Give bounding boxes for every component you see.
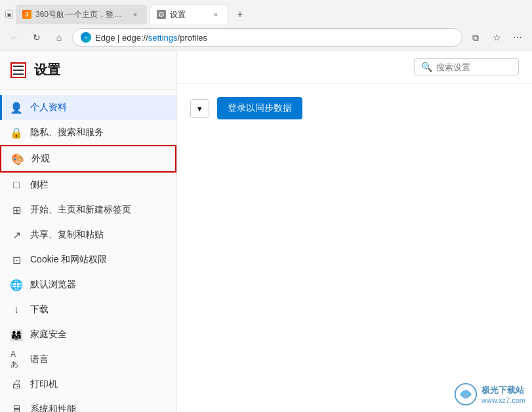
sidebar-item-family-label: 家庭安全 xyxy=(30,329,67,340)
tab-360-title: 360号航·一个主页，整个世界 xyxy=(35,9,126,20)
watermark-logo-icon xyxy=(454,382,478,406)
sidebar-item-appearance-label: 外观 xyxy=(31,153,50,165)
settings-title: 设置 xyxy=(34,61,60,79)
page: 设置 👤 个人资料 🔒 隐私、搜索和服务 🎨 外观 □ 侧栏 ⊞ 开始、主页 xyxy=(0,51,532,412)
dropdown-arrow-icon: ▾ xyxy=(197,104,202,113)
address-text: Edge | edge://settings/profiles xyxy=(95,33,207,43)
appearance-icon: 🎨 xyxy=(12,153,24,165)
sidebar-item-cookies-label: Cookie 和网站权限 xyxy=(30,254,107,266)
search-icon: 🔍 xyxy=(421,62,432,72)
address-highlight: settings xyxy=(148,33,178,43)
browser-chrome: ▣ 3 360号航·一个主页，整个世界 × ⚙ 设置 × + ← ↻ ⌂ e E… xyxy=(0,0,532,51)
sidebar-item-profiles-label: 个人资料 xyxy=(30,102,67,113)
sidebar-header: 设置 xyxy=(0,51,176,90)
sidebar-item-sidebar[interactable]: □ 侧栏 xyxy=(0,173,176,197)
sidebar-item-sidebar-label: 侧栏 xyxy=(30,179,49,191)
tab-360-favicon: 3 xyxy=(22,10,31,19)
refresh-button[interactable]: ↻ xyxy=(28,28,46,47)
sidebar-item-system-label: 系统和性能 xyxy=(30,403,76,412)
sidebar-item-system[interactable]: 🖥 系统和性能 xyxy=(0,397,176,412)
edge-logo-icon: e xyxy=(81,32,91,43)
profile-dropdown[interactable]: ▾ xyxy=(190,99,209,118)
sidebar-item-printer-label: 打印机 xyxy=(30,379,58,390)
privacy-icon: 🔒 xyxy=(10,127,22,138)
watermark-text: 极光下载站 www.xz7.com xyxy=(481,384,525,404)
sidebar-item-privacy[interactable]: 🔒 隐私、搜索和服务 xyxy=(0,120,176,145)
sidebar-item-family[interactable]: 👨‍👩‍👧 家庭安全 xyxy=(0,322,176,347)
split-view-button[interactable]: ⧉ xyxy=(466,28,485,47)
tab-settings-favicon: ⚙ xyxy=(157,10,166,19)
tab-settings-close[interactable]: × xyxy=(211,9,221,20)
default-browser-icon: 🌐 xyxy=(10,279,22,291)
favorites-button[interactable]: ☆ xyxy=(487,28,506,47)
sharing-icon: ↗ xyxy=(10,229,22,241)
new-tab-button[interactable]: + xyxy=(231,5,249,24)
back-button[interactable]: ← xyxy=(5,28,24,47)
menu-line-1 xyxy=(13,66,24,67)
search-box[interactable]: 🔍 xyxy=(414,58,519,75)
home-button[interactable]: ⌂ xyxy=(50,28,68,47)
watermark-site: www.xz7.com xyxy=(481,396,525,404)
language-icon: Aあ xyxy=(10,354,22,365)
sidebar-item-language-label: 语言 xyxy=(30,354,49,365)
sidebar-item-printer[interactable]: 🖨 打印机 xyxy=(0,372,176,397)
sidebar-item-privacy-label: 隐私、搜索和服务 xyxy=(30,127,104,138)
menu-toggle-button[interactable] xyxy=(10,62,26,78)
tab-360-close[interactable]: × xyxy=(130,9,140,20)
toolbar-icons: ⧉ ☆ ⋯ xyxy=(466,28,527,47)
sidebar-item-appearance[interactable]: 🎨 外观 xyxy=(0,145,176,173)
cookies-icon: ⊡ xyxy=(10,254,22,266)
downloads-icon: ↓ xyxy=(10,304,22,316)
search-input[interactable] xyxy=(436,62,512,72)
sidebar-item-sharing[interactable]: ↗ 共享、复制和粘贴 xyxy=(0,222,176,247)
watermark-brand: 极光下载站 xyxy=(481,384,525,396)
tab-360[interactable]: 3 360号航·一个主页，整个世界 × xyxy=(16,5,147,24)
sidebar-item-downloads-label: 下载 xyxy=(30,304,49,316)
newtab-icon: ⊞ xyxy=(10,204,22,216)
tab-settings-title: 设置 xyxy=(170,9,207,20)
address-bar: ← ↻ ⌂ e Edge | edge://settings/profiles … xyxy=(0,25,532,50)
watermark: 极光下载站 www.xz7.com xyxy=(454,382,525,406)
system-icon: 🖥 xyxy=(10,403,22,412)
sidebar-item-newtab-label: 开始、主页和新建标签页 xyxy=(30,204,131,216)
printer-icon: 🖨 xyxy=(10,379,22,390)
sidebar-item-newtab[interactable]: ⊞ 开始、主页和新建标签页 xyxy=(0,197,176,222)
sidebar-item-language[interactable]: Aあ 语言 xyxy=(0,347,176,372)
sidebar-item-sharing-label: 共享、复制和粘贴 xyxy=(30,229,104,241)
window-control[interactable]: ▣ xyxy=(5,10,13,18)
address-brand: Edge xyxy=(95,33,115,43)
menu-line-2 xyxy=(13,70,24,71)
more-button[interactable]: ⋯ xyxy=(508,28,527,47)
address-input[interactable]: e Edge | edge://settings/profiles xyxy=(72,28,462,47)
profiles-icon: 👤 xyxy=(10,102,22,113)
sidebar-item-default-browser-label: 默认浏览器 xyxy=(30,279,76,291)
sidebar-item-downloads[interactable]: ↓ 下载 xyxy=(0,297,176,322)
sidebar-item-cookies[interactable]: ⊡ Cookie 和网站权限 xyxy=(0,247,176,272)
sidebar-item-profiles[interactable]: 👤 个人资料 xyxy=(0,95,176,120)
tab-settings[interactable]: ⚙ 设置 × xyxy=(150,5,228,24)
main-content: 🔍 ▾ 登录以同步数据 极光下载站 www.xz7.com xyxy=(177,51,532,412)
nav-items: 👤 个人资料 🔒 隐私、搜索和服务 🎨 外观 □ 侧栏 ⊞ 开始、主页和新建标签… xyxy=(0,90,176,412)
address-path: /profiles xyxy=(178,33,208,43)
sidebar-item-default-browser[interactable]: 🌐 默认浏览器 xyxy=(0,272,176,297)
settings-sidebar: 设置 👤 个人资料 🔒 隐私、搜索和服务 🎨 外观 □ 侧栏 ⊞ 开始、主页 xyxy=(0,51,177,412)
sync-area: ▾ 登录以同步数据 xyxy=(177,84,532,133)
sidebar-icon: □ xyxy=(10,179,22,191)
sync-button[interactable]: 登录以同步数据 xyxy=(217,97,302,119)
tab-bar: ▣ 3 360号航·一个主页，整个世界 × ⚙ 设置 × + xyxy=(0,0,532,25)
content-header: 🔍 xyxy=(177,51,532,84)
family-icon: 👨‍👩‍👧 xyxy=(10,329,22,340)
menu-line-3 xyxy=(13,73,24,75)
